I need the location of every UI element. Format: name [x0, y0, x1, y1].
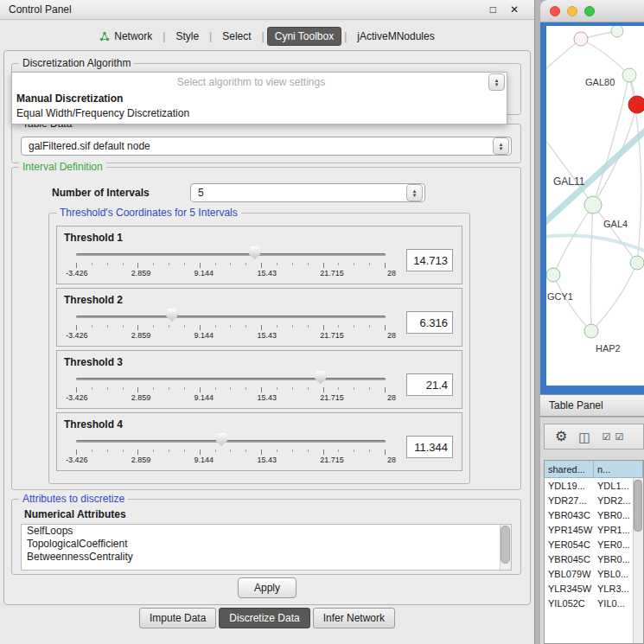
- scale-label: 28: [387, 331, 396, 340]
- algorithm-combo-placeholder: Select algorithm to view settings: [14, 76, 488, 88]
- cyni-toolbox-panel: Discretization Algorithm Select algorith…: [3, 50, 531, 605]
- close-window-icon[interactable]: ✕: [510, 3, 519, 16]
- node-label-hap2: HAP2: [596, 343, 621, 354]
- table-panel-title: Table Panel: [549, 399, 603, 411]
- float-window-icon[interactable]: □: [490, 3, 496, 16]
- node-label-gal11: GAL11: [553, 175, 585, 188]
- threshold-1-label: Threshold 1: [64, 232, 123, 244]
- tab-impute-data[interactable]: Impute Data: [139, 608, 216, 628]
- network-node[interactable]: [584, 324, 598, 338]
- cell: YPR145W: [545, 525, 594, 535]
- tab-style[interactable]: Style: [168, 27, 207, 46]
- network-node[interactable]: [611, 26, 623, 37]
- scale-label: 9.144: [194, 456, 214, 464]
- slider-scale-labels: -3.426 2.859 9.144 15.43 21.715 28: [66, 456, 396, 464]
- cell: YBR045C: [545, 554, 594, 564]
- cell: YER054C: [545, 539, 594, 550]
- network-node[interactable]: [630, 256, 644, 270]
- algorithm-combo[interactable]: Select algorithm to view settings ▴ ▾: [12, 73, 507, 92]
- table-row[interactable]: YLR345W YLR3...: [545, 581, 643, 596]
- window-title: Control Panel: [9, 3, 72, 16]
- selected-red-node[interactable]: [628, 96, 644, 113]
- tab-network[interactable]: Network: [92, 27, 160, 46]
- number-of-intervals-combo[interactable]: 5 ▴ ▾: [190, 183, 425, 202]
- network-node[interactable]: [584, 196, 602, 214]
- node-label-gal80: GAL80: [585, 77, 615, 87]
- algorithm-dropdown-popup: Select algorithm to view settings ▴ ▾ Ma…: [11, 72, 507, 124]
- tab-cyni-toolbox[interactable]: Cyni Toolbox: [267, 27, 341, 46]
- scrollbar-thumb[interactable]: [634, 480, 642, 532]
- slider-thumb[interactable]: [166, 309, 177, 322]
- tab-infer-network[interactable]: Infer Network: [313, 608, 395, 628]
- table-row[interactable]: YBR043C YBR0...: [545, 507, 643, 522]
- tab-network-label: Network: [114, 30, 152, 42]
- tab-select[interactable]: Select: [214, 27, 258, 46]
- table-row[interactable]: YDR27... YDR2...: [545, 493, 643, 507]
- network-node[interactable]: [546, 268, 560, 282]
- network-graph: GAL80 GAL11 GAL4 GCY1 HAP2: [546, 26, 644, 386]
- tab-discretize-data[interactable]: Discretize Data: [219, 608, 309, 628]
- scale-label: 28: [387, 393, 396, 402]
- table-data-combo[interactable]: galFiltered.sif default node ▴ ▾: [21, 137, 512, 156]
- node-table[interactable]: shared... n... YDL19... YDL1... YDR27...…: [544, 460, 644, 644]
- network-node[interactable]: [574, 32, 588, 46]
- list-item[interactable]: SelfLoops: [22, 525, 511, 538]
- table-row[interactable]: YER054C YER0...: [545, 537, 643, 552]
- network-canvas[interactable]: GAL80 GAL11 GAL4 GCY1 HAP2: [546, 26, 644, 386]
- cell: YIL052C: [545, 598, 594, 609]
- close-traffic-light-icon[interactable]: [550, 6, 560, 16]
- stepper-down-icon: ▾: [413, 193, 417, 197]
- slider-thumb[interactable]: [249, 246, 260, 259]
- threshold-4-value-field[interactable]: 11.344: [406, 436, 453, 458]
- scale-label: 2.859: [131, 269, 151, 277]
- tab-jactivemnodules-label: jActiveMNodules: [357, 30, 434, 42]
- scale-label: 2.859: [131, 393, 151, 402]
- threshold-3-value-field[interactable]: 21.4: [406, 373, 453, 396]
- table-row[interactable]: YDL19... YDL1...: [545, 478, 643, 493]
- network-node[interactable]: [622, 68, 636, 82]
- table-scrollbar[interactable]: [633, 478, 643, 643]
- threshold-panel-2: Threshold 2 -3.426 2.859 9.144 15.43 21.…: [56, 288, 462, 347]
- gear-icon[interactable]: ⚙: [555, 430, 567, 443]
- interval-definition-group-label: Interval Definition: [19, 161, 106, 173]
- discretization-algorithm-group-label: Discretization Algorithm: [19, 57, 134, 69]
- algorithm-combo-stepper[interactable]: ▴ ▾: [488, 73, 505, 91]
- scale-label: 15.43: [257, 331, 277, 340]
- threshold-4-slider[interactable]: [76, 434, 386, 448]
- threshold-2-slider[interactable]: [76, 309, 386, 323]
- table-row[interactable]: YIL052C YIL0...: [545, 596, 643, 610]
- threshold-1-value-field[interactable]: 14.713: [406, 249, 453, 271]
- scrollbar-thumb[interactable]: [501, 526, 510, 564]
- slider-thumb[interactable]: [315, 371, 326, 384]
- minimize-traffic-light-icon[interactable]: [567, 6, 577, 16]
- threshold-2-value-field[interactable]: 6.316: [406, 311, 453, 334]
- apply-button[interactable]: Apply: [238, 577, 296, 598]
- slider-track: [76, 316, 386, 318]
- list-item[interactable]: TopologicalCoefficient: [22, 538, 511, 551]
- tab-jactivemnodules[interactable]: jActiveMNodules: [349, 27, 442, 46]
- slider-thumb[interactable]: [216, 433, 227, 446]
- table-header-row: shared... n...: [545, 461, 643, 478]
- table-row[interactable]: YBR045C YBR0...: [545, 552, 643, 566]
- column-header-name[interactable]: n...: [594, 461, 643, 478]
- attributes-list-scrollbar[interactable]: [500, 525, 511, 570]
- select-rows-icon[interactable]: ☑ ☑: [603, 432, 625, 442]
- algorithm-option-equal-width[interactable]: Equal Width/Frequency Discretization: [12, 106, 507, 121]
- columns-icon[interactable]: ◫: [578, 430, 590, 443]
- network-window-titlebar: [540, 0, 644, 22]
- list-item[interactable]: BetweennessCentrality: [22, 551, 511, 564]
- table-row[interactable]: YPR145W YPR1...: [545, 522, 643, 537]
- tab-separator: |: [261, 30, 265, 42]
- table-data-combo-stepper[interactable]: ▴ ▾: [493, 137, 509, 155]
- cell: YBL079W: [545, 569, 594, 579]
- scale-label: 9.144: [194, 331, 214, 340]
- threshold-1-slider[interactable]: [76, 247, 386, 261]
- number-of-intervals-stepper[interactable]: ▴ ▾: [406, 184, 423, 201]
- column-header-shared-name[interactable]: shared...: [545, 461, 594, 478]
- algorithm-option-manual[interactable]: Manual Discretization: [12, 92, 507, 106]
- table-row[interactable]: YBL079W YBL0...: [545, 566, 643, 581]
- zoom-traffic-light-icon[interactable]: [584, 6, 595, 16]
- numerical-attributes-list[interactable]: SelfLoops TopologicalCoefficient Between…: [21, 524, 512, 571]
- threshold-4-label: Threshold 4: [64, 418, 123, 430]
- threshold-3-slider[interactable]: [76, 372, 386, 386]
